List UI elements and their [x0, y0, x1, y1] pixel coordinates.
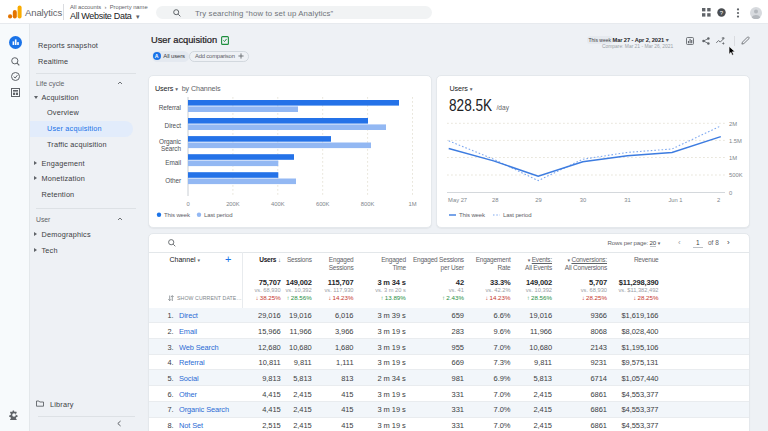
svg-text:2M: 2M — [729, 120, 737, 126]
svg-text:30: 30 — [580, 196, 586, 202]
svg-text:1.5M: 1.5M — [729, 137, 742, 143]
svg-text:1M: 1M — [729, 154, 737, 160]
svg-text:Jun 1: Jun 1 — [668, 196, 682, 202]
svg-text:29: 29 — [535, 196, 541, 202]
svg-text:28: 28 — [492, 196, 498, 202]
svg-text:This week: This week — [164, 212, 191, 218]
svg-text:Other: Other — [165, 176, 182, 183]
svg-text:600K: 600K — [316, 201, 330, 207]
svg-text:Last period: Last period — [503, 212, 531, 218]
svg-text:0: 0 — [186, 201, 189, 207]
svg-text:Direct: Direct — [165, 122, 182, 129]
svg-text:Last period: Last period — [204, 212, 232, 218]
svg-text:0: 0 — [729, 189, 732, 195]
svg-text:May 27: May 27 — [448, 196, 467, 202]
svg-text:Email: Email — [165, 158, 181, 165]
svg-text:Referral: Referral — [159, 103, 181, 110]
svg-text:800K: 800K — [361, 201, 375, 207]
svg-text:1M: 1M — [408, 201, 416, 207]
svg-text:500K: 500K — [729, 172, 743, 178]
svg-text:This week: This week — [459, 212, 486, 218]
svg-text:31: 31 — [624, 196, 630, 202]
svg-text:200K: 200K — [226, 201, 240, 207]
svg-text:400K: 400K — [271, 201, 285, 207]
svg-text:Search: Search — [161, 144, 181, 151]
svg-text:2: 2 — [717, 196, 720, 202]
